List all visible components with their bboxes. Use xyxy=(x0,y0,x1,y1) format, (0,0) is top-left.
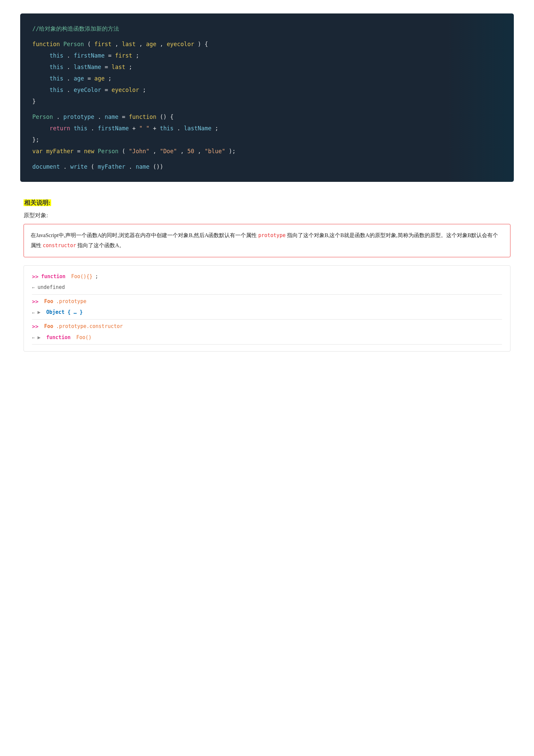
inline-code-prototype: prototype xyxy=(258,232,285,238)
console-row-6: ← ▶ function Foo() xyxy=(32,332,502,343)
code-line-6: } xyxy=(32,96,502,107)
desc-text-1: 在JavaScript中,声明一个函数A的同时,浏览器在内存中创建一个对象B,然… xyxy=(31,232,498,248)
console-row-4: ← ▶ Object { … } xyxy=(32,307,502,318)
code-line-8: return this . firstName + " " + this . l… xyxy=(32,123,502,134)
code-line-4: this . age = age ; xyxy=(32,73,502,84)
code-block: //给对象的构造函数添加新的方法 function Person ( first… xyxy=(20,13,514,182)
code-line-2: this . firstName = first ; xyxy=(32,50,502,61)
divider-3 xyxy=(32,344,502,344)
code-line-1: function Person ( first , last , age , e… xyxy=(32,38,502,50)
code-line-7: Person . prototype . name = function () … xyxy=(32,111,502,123)
console-box: >> function Foo(){} ; ← undefined >> Foo… xyxy=(24,265,510,352)
inline-code-constructor: constructor xyxy=(43,242,76,249)
section-title: 相关说明: xyxy=(24,199,510,207)
sub-title: 原型对象: xyxy=(24,211,510,219)
console-row-3: >> Foo .prototype xyxy=(32,296,502,307)
code-line-11: document . write ( myFather . name ()) xyxy=(32,161,502,172)
console-row-2: ← undefined xyxy=(32,282,502,293)
section-wrapper: 相关说明: 原型对象: 在JavaScript中,声明一个函数A的同时,浏览器在… xyxy=(20,199,514,352)
console-row-1: >> function Foo(){} ; xyxy=(32,271,502,283)
code-comment: //给对象的构造函数添加新的方法 xyxy=(32,23,502,34)
desc-box: 在JavaScript中,声明一个函数A的同时,浏览器在内存中创建一个对象B,然… xyxy=(24,224,510,257)
code-line-10: var myFather = new Person ( "John" , "Do… xyxy=(32,145,502,157)
console-row-5: >> Foo .prototype.constructor xyxy=(32,321,502,332)
code-line-5: this . eyeColor = eyecolor ; xyxy=(32,84,502,96)
code-line-3: this . lastName = last ; xyxy=(32,61,502,73)
divider-2 xyxy=(32,319,502,320)
code-line-9: }; xyxy=(32,134,502,145)
divider-1 xyxy=(32,294,502,295)
